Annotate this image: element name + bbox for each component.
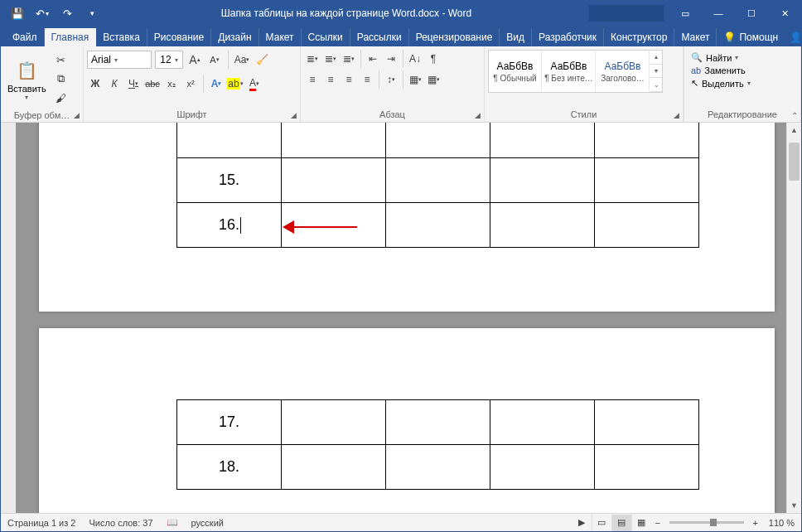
align-right-button[interactable]: ≡	[341, 71, 357, 88]
tab-design[interactable]: Дизайн	[211, 28, 258, 46]
scroll-thumb[interactable]	[789, 143, 800, 181]
zoom-level[interactable]: 110 %	[762, 518, 801, 528]
grow-font-button[interactable]: A▴	[186, 51, 203, 68]
view-print-button[interactable]: ▤	[611, 515, 631, 531]
shading-button[interactable]: ▦▾	[407, 71, 423, 88]
status-page[interactable]: Страница 1 из 2	[1, 518, 82, 528]
underline-button[interactable]: Ч▾	[125, 75, 142, 92]
multilevel-button[interactable]: ≣▾	[341, 51, 357, 67]
tab-insert[interactable]: Вставка	[96, 28, 147, 46]
user-account-button[interactable]	[589, 5, 664, 22]
table-row[interactable]: 18.	[177, 445, 699, 490]
subscript-button[interactable]: x₂	[163, 75, 180, 92]
font-color-button[interactable]: A▾	[246, 75, 263, 92]
tab-developer[interactable]: Разработчик	[532, 28, 604, 46]
bold-button[interactable]: Ж	[87, 75, 104, 92]
vertical-scrollbar[interactable]: ▲ ▼	[786, 123, 801, 513]
page-1[interactable]: 15. 16.	[39, 123, 775, 312]
font-launcher[interactable]: ◢	[288, 110, 298, 120]
copy-button[interactable]: ⧉	[53, 70, 70, 87]
borders-button[interactable]: ▦▾	[425, 71, 442, 88]
text-effects-button[interactable]: A▾	[208, 75, 225, 92]
align-left-button[interactable]: ≡	[304, 71, 321, 88]
increase-indent-button[interactable]: ⇥	[383, 51, 399, 67]
tell-me-search[interactable]: 💡Помощн	[717, 28, 785, 46]
zoom-slider[interactable]	[669, 521, 744, 524]
tab-file[interactable]: Файл	[6, 28, 45, 46]
document-area[interactable]: 15. 16. 17. 18.	[16, 123, 786, 513]
share-button[interactable]: 👤	[790, 31, 802, 43]
style-heading1[interactable]: АаБбВв Заголово…	[597, 51, 650, 92]
page-2[interactable]: 17. 18.	[39, 328, 775, 513]
tab-review[interactable]: Рецензирование	[409, 28, 500, 46]
paste-button[interactable]: 📋 Вставить ▾	[4, 50, 50, 109]
document-table-2[interactable]: 17. 18.	[176, 399, 699, 490]
cut-button[interactable]: ✂	[53, 51, 70, 68]
strikethrough-button[interactable]: abc	[144, 75, 161, 92]
shrink-font-button[interactable]: A▾	[206, 51, 223, 68]
font-size-combo[interactable]: 12▾	[155, 51, 183, 69]
minimize-button[interactable]: —	[702, 1, 735, 26]
find-button[interactable]: 🔍Найти▾	[691, 52, 751, 63]
close-button[interactable]: ✕	[768, 1, 801, 26]
styles-launcher[interactable]: ◢	[671, 110, 681, 120]
replace-button[interactable]: abЗаменить	[691, 65, 751, 75]
sort-button[interactable]: A↓	[407, 51, 423, 67]
decrease-indent-button[interactable]: ⇤	[365, 51, 381, 67]
styles-down-icon[interactable]: ▾	[650, 65, 662, 79]
ribbon-options-button[interactable]: ▭	[669, 1, 702, 26]
tab-draw[interactable]: Рисование	[147, 28, 211, 46]
qat-customize-button[interactable]: ▾	[80, 2, 104, 25]
zoom-out-button[interactable]: −	[651, 518, 664, 528]
align-center-button[interactable]: ≡	[322, 71, 339, 88]
clear-formatting-button[interactable]: 🧹	[254, 51, 270, 68]
status-macro[interactable]: ▶	[572, 517, 592, 528]
table-row[interactable]: 16.	[177, 203, 699, 248]
scroll-up-button[interactable]: ▲	[787, 123, 801, 138]
paragraph-launcher[interactable]: ◢	[472, 110, 482, 120]
status-language[interactable]: русский	[185, 518, 230, 528]
tab-table-design[interactable]: Конструктор	[604, 28, 674, 46]
styles-gallery-nav[interactable]: ▴ ▾ ⌄	[650, 51, 662, 92]
status-proofing[interactable]: 📖	[160, 517, 185, 528]
show-marks-button[interactable]: ¶	[425, 51, 442, 67]
tab-table-layout[interactable]: Макет	[674, 28, 717, 46]
scroll-down-button[interactable]: ▼	[787, 498, 801, 513]
clipboard-launcher[interactable]: ◢	[71, 110, 81, 120]
status-word-count[interactable]: Число слов: 37	[82, 518, 159, 528]
numbering-button[interactable]: ≣▾	[322, 51, 339, 67]
superscript-button[interactable]: x²	[182, 75, 199, 92]
table-row[interactable]	[177, 123, 699, 158]
line-spacing-button[interactable]: ↕▾	[383, 71, 399, 88]
view-web-button[interactable]: ▦	[631, 515, 651, 531]
vertical-ruler[interactable]	[1, 123, 16, 513]
style-normal[interactable]: АаБбВв ¶ Обычный	[489, 51, 542, 92]
tab-view[interactable]: Вид	[500, 28, 532, 46]
font-name-combo[interactable]: Arial▾	[87, 51, 152, 69]
document-table-1[interactable]: 15. 16.	[176, 123, 699, 248]
view-read-button[interactable]: ▭	[592, 515, 611, 531]
change-case-button[interactable]: Aa▾	[234, 51, 250, 68]
italic-button[interactable]: К	[106, 75, 123, 92]
redo-button[interactable]: ↷	[56, 2, 79, 25]
tab-home[interactable]: Главная	[45, 28, 97, 46]
tab-layout[interactable]: Макет	[259, 28, 302, 46]
collapse-ribbon-button[interactable]: ⌃	[791, 111, 798, 120]
undo-button[interactable]: ↶▾	[31, 2, 54, 25]
tab-mailings[interactable]: Рассылки	[350, 28, 409, 46]
style-no-spacing[interactable]: АаБбВв ¶ Без инте…	[543, 51, 596, 92]
zoom-in-button[interactable]: +	[749, 518, 762, 528]
tab-references[interactable]: Ссылки	[302, 28, 350, 46]
maximize-button[interactable]: ☐	[735, 1, 768, 26]
justify-button[interactable]: ≡	[359, 71, 375, 88]
save-button[interactable]: 💾	[6, 2, 29, 25]
styles-gallery[interactable]: АаБбВв ¶ Обычный АаБбВв ¶ Без инте… АаБб…	[488, 50, 663, 93]
table-row[interactable]: 15.	[177, 158, 699, 203]
highlight-button[interactable]: ab▾	[227, 75, 244, 92]
styles-more-icon[interactable]: ⌄	[650, 78, 662, 92]
bullets-button[interactable]: ≣▾	[304, 51, 321, 67]
select-button[interactable]: ↖Выделить▾	[691, 78, 751, 89]
format-painter-button[interactable]: 🖌	[53, 89, 70, 106]
zoom-slider-knob[interactable]	[710, 519, 717, 526]
table-row[interactable]: 17.	[177, 400, 699, 445]
